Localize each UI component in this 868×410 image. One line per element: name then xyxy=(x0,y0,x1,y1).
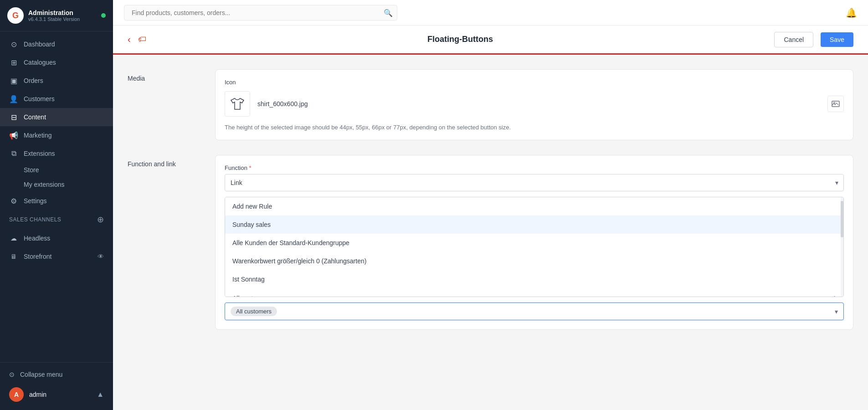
image-icon xyxy=(832,100,840,108)
sales-channels-label: Sales Channels xyxy=(9,216,61,223)
customers-icon: 👤 xyxy=(9,94,18,103)
sidebar-item-catalogues[interactable]: ⊞ Catalogues xyxy=(0,53,113,72)
search-input[interactable] xyxy=(124,5,397,20)
collapse-menu-button[interactable]: ⊙ Collapse menu xyxy=(0,366,113,383)
function-select-wrapper: Link ▾ xyxy=(225,174,844,191)
sidebar-nav: ⊙ Dashboard ⊞ Catalogues ▣ Orders 👤 Cust… xyxy=(0,31,113,362)
media-card: Icon shirt_600x600.jpg xyxy=(215,69,853,140)
sidebar-item-label: Settings xyxy=(24,197,47,205)
icon-image-preview xyxy=(225,91,250,117)
save-button[interactable]: Save xyxy=(821,32,853,47)
topbar: 🔍 🔔 xyxy=(113,0,868,26)
function-link-card: Function * Link ▾ Add new Rule Sunday sa… xyxy=(215,155,853,330)
collapse-icon: ⊙ xyxy=(9,371,15,378)
admin-avatar: A xyxy=(9,387,24,402)
icon-filename: shirt_600x600.jpg xyxy=(257,100,308,108)
icon-hint: The height of the selected image should … xyxy=(225,124,844,131)
catalogues-icon: ⊞ xyxy=(9,58,18,67)
media-section: Media Icon shirt_600x600.jpg xyxy=(128,69,853,140)
sidebar-item-my-extensions[interactable]: My extensions xyxy=(0,177,113,192)
sidebar-item-orders[interactable]: ▣ Orders xyxy=(0,72,113,90)
brand-title: Administration xyxy=(28,9,97,16)
sidebar-item-label: Marketing xyxy=(24,132,51,139)
dashboard-icon: ⊙ xyxy=(9,40,18,49)
change-icon-button[interactable] xyxy=(827,96,844,112)
marketing-icon: 📢 xyxy=(9,131,18,140)
admin-profile-button[interactable]: A admin ▲ xyxy=(0,383,113,406)
orders-icon: ▣ xyxy=(9,76,18,85)
back-button[interactable]: ‹ xyxy=(128,34,131,45)
function-field-label: Function * xyxy=(225,164,844,171)
sidebar-item-headless[interactable]: ☁ Headless xyxy=(0,229,113,247)
sidebar-item-label: Catalogues xyxy=(24,59,56,66)
selected-tag: All customers xyxy=(231,307,277,316)
sidebar-item-label: Content xyxy=(24,113,46,121)
dropdown-item-add-new-rule[interactable]: Add new Rule xyxy=(225,197,843,215)
search-bar: 🔍 xyxy=(124,5,397,20)
brand-version: v6.4.3.1 Stable Version xyxy=(28,16,97,22)
scrollbar-track xyxy=(841,197,843,297)
settings-icon: ⚙ xyxy=(9,196,18,205)
headless-icon: ☁ xyxy=(9,234,18,243)
sidebar-item-label: Customers xyxy=(24,95,55,102)
sidebar-item-dashboard[interactable]: ⊙ Dashboard xyxy=(0,35,113,53)
sidebar-item-marketing[interactable]: 📢 Marketing xyxy=(0,126,113,144)
function-link-section: Function and link Function * Link ▾ Add … xyxy=(128,155,853,330)
admin-name: admin xyxy=(29,391,46,398)
sidebar-item-customers[interactable]: 👤 Customers xyxy=(0,90,113,108)
sidebar-item-label: Orders xyxy=(24,77,43,84)
dropdown-item-ist-sonntag[interactable]: Ist Sonntag xyxy=(225,270,843,288)
media-section-label: Media xyxy=(128,69,200,82)
sidebar-item-content[interactable]: ⊟ Content xyxy=(0,108,113,126)
online-indicator xyxy=(101,13,106,18)
function-link-section-label: Function and link xyxy=(128,155,200,168)
sidebar-item-settings[interactable]: ⚙ Settings xyxy=(0,192,113,210)
page-title: Floating-Buttons xyxy=(154,35,767,44)
cancel-button[interactable]: Cancel xyxy=(774,32,813,47)
function-select[interactable]: Link xyxy=(225,174,844,191)
sidebar-item-storefront[interactable]: 🖥 Storefront 👁 xyxy=(0,247,113,266)
dropdown-item-alle-kunden[interactable]: Alle Kunden der Standard-Kundengruppe xyxy=(225,234,843,252)
sidebar: G Administration v6.4.3.1 Stable Version… xyxy=(0,0,113,410)
search-button[interactable]: 🔍 xyxy=(384,8,393,17)
bookmark-icon-button[interactable]: 🏷 xyxy=(138,35,146,44)
page-header: ‹ 🏷 Floating-Buttons Cancel Save xyxy=(113,26,868,55)
check-icon: ✓ xyxy=(830,294,836,297)
dropdown-list: Add new Rule Sunday sales Alle Kunden de… xyxy=(225,197,844,297)
dropdown-arrow-icon: ▾ xyxy=(835,308,838,315)
brand-logo: G xyxy=(7,7,24,24)
selected-value-wrapper[interactable]: All customers ▾ xyxy=(225,302,844,320)
sidebar-item-store[interactable]: Store xyxy=(0,163,113,177)
dropdown-item-warenkorbwert[interactable]: Warenkorbwert größer/gleich 0 (Zahlungsa… xyxy=(225,252,843,270)
content-area: Media Icon shirt_600x600.jpg xyxy=(113,55,868,410)
sidebar-item-extensions[interactable]: ⧉ Extensions xyxy=(0,144,113,163)
shirt-icon xyxy=(229,96,246,112)
extensions-icon: ⧉ xyxy=(9,149,18,158)
main-content: 🔍 🔔 ‹ 🏷 Floating-Buttons Cancel Save Med… xyxy=(113,0,868,410)
scrollbar-thumb xyxy=(841,201,843,237)
brand-header: G Administration v6.4.3.1 Stable Version xyxy=(0,0,113,31)
notification-button[interactable]: 🔔 xyxy=(846,7,857,18)
sidebar-item-label: Dashboard xyxy=(24,41,55,48)
icon-field-label: Icon xyxy=(225,79,844,86)
sidebar-item-label: Extensions xyxy=(24,150,55,157)
dropdown-item-all-customers-check[interactable]: All customers ✓ xyxy=(225,288,843,297)
chevron-up-icon: ▲ xyxy=(97,390,104,399)
eye-icon: 👁 xyxy=(98,253,104,260)
storefront-icon: 🖥 xyxy=(9,252,18,261)
content-icon: ⊟ xyxy=(9,113,18,122)
add-sales-channel-button[interactable]: ⊕ xyxy=(97,215,104,225)
dropdown-item-sunday-sales[interactable]: Sunday sales xyxy=(225,215,843,234)
